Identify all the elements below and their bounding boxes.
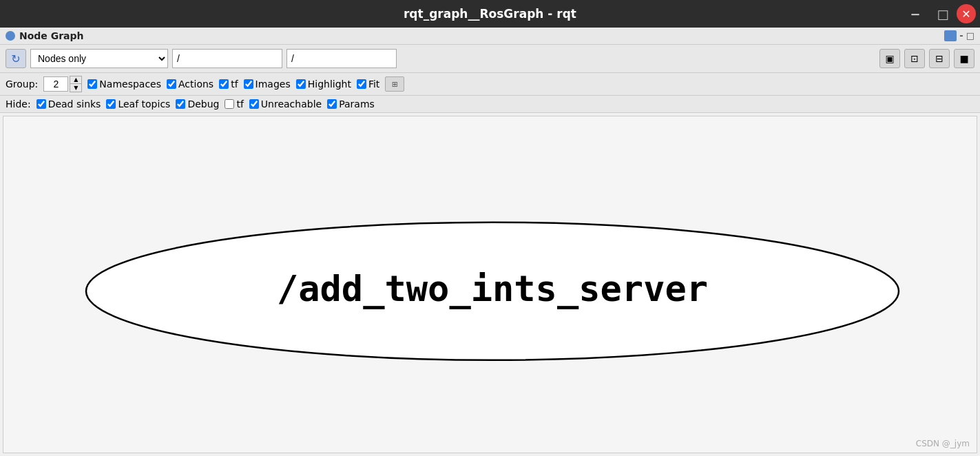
close-button[interactable]: ✕: [957, 4, 976, 23]
tf-hide-checkbox[interactable]: [225, 99, 234, 109]
group-value-input[interactable]: [43, 76, 68, 92]
display-mode-dropdown[interactable]: Nodes only Nodes/Topics (active) Nodes/T…: [30, 49, 168, 68]
fit-icon-button[interactable]: ⊞: [385, 76, 404, 92]
spinner-up[interactable]: ▲: [70, 76, 81, 84]
title-bar: rqt_graph__RosGraph - rqt − □ ✕: [0, 0, 980, 28]
actions-label[interactable]: Actions: [167, 79, 213, 90]
leaf-topics-checkbox[interactable]: [106, 99, 116, 109]
unreachable-label[interactable]: Unreachable: [249, 99, 322, 110]
spinner-down[interactable]: ▼: [70, 84, 81, 92]
header-right-controls: - □: [944, 30, 974, 41]
tf-hide-label[interactable]: tf: [225, 99, 243, 110]
window-header-title: Node Graph: [19, 30, 84, 41]
hide-row: Hide: Dead sinks Leaf topics Debug tf Un…: [0, 96, 980, 113]
header-plugin-icons: - □: [944, 30, 974, 41]
params-checkbox[interactable]: [327, 99, 337, 109]
dead-sinks-label[interactable]: Dead sinks: [37, 99, 101, 110]
group-label: Group:: [6, 79, 38, 90]
graph-svg: /add_two_ints_server: [3, 116, 977, 453]
header-separator-1: -: [959, 30, 963, 41]
toolbar-icon-button-1[interactable]: ▣: [879, 49, 900, 68]
watermark-text: CSDN @_jym: [916, 439, 970, 448]
fit-label[interactable]: Fit: [357, 79, 379, 90]
debug-label[interactable]: Debug: [176, 99, 219, 110]
main-window: Node Graph - □ ↻ Nodes only Nodes/Topics…: [0, 28, 980, 456]
refresh-button[interactable]: ↻: [6, 49, 26, 68]
group-spinner: ▲ ▼: [43, 76, 82, 92]
window-header: Node Graph - □: [0, 28, 980, 45]
params-label[interactable]: Params: [327, 99, 375, 110]
images-label[interactable]: Images: [244, 79, 291, 90]
highlight-checkbox[interactable]: [296, 79, 306, 89]
spinner-arrows: ▲ ▼: [70, 76, 82, 92]
toolbar-icon-button-3[interactable]: ⊟: [929, 49, 950, 68]
tf-options-label[interactable]: tf: [219, 79, 238, 90]
debug-checkbox[interactable]: [176, 99, 185, 109]
namespaces-checkbox[interactable]: [87, 79, 97, 89]
window-title: rqt_graph__RosGraph - rqt: [404, 7, 576, 21]
filter-input-2[interactable]: [286, 49, 397, 68]
minimize-button[interactable]: −: [901, 0, 929, 28]
toolbar: ↻ Nodes only Nodes/Topics (active) Nodes…: [0, 45, 980, 73]
leaf-topics-label[interactable]: Leaf topics: [106, 99, 170, 110]
namespaces-label[interactable]: Namespaces: [87, 79, 161, 90]
actions-checkbox[interactable]: [167, 79, 176, 89]
graph-area[interactable]: /add_two_ints_server CSDN @_jym: [3, 116, 977, 453]
highlight-label[interactable]: Highlight: [296, 79, 351, 90]
node-label: /add_two_ints_server: [277, 268, 708, 309]
header-separator-2: □: [966, 30, 974, 41]
hide-label: Hide:: [6, 99, 31, 110]
options-row: Group: ▲ ▼ Namespaces Actions tf Images: [0, 73, 980, 96]
plugin-dot: [6, 31, 15, 41]
tf-options-checkbox[interactable]: [219, 79, 229, 89]
fit-checkbox[interactable]: [357, 79, 366, 89]
maximize-button[interactable]: □: [929, 0, 957, 28]
plugin-icon-1: [944, 30, 957, 41]
title-bar-controls: − □ ✕: [901, 0, 980, 28]
unreachable-checkbox[interactable]: [249, 99, 259, 109]
images-checkbox[interactable]: [244, 79, 253, 89]
filter-input-1[interactable]: [172, 49, 282, 68]
toolbar-icon-button-4[interactable]: ■: [954, 49, 974, 68]
dead-sinks-checkbox[interactable]: [37, 99, 46, 109]
toolbar-icon-button-2[interactable]: ⊡: [904, 49, 925, 68]
